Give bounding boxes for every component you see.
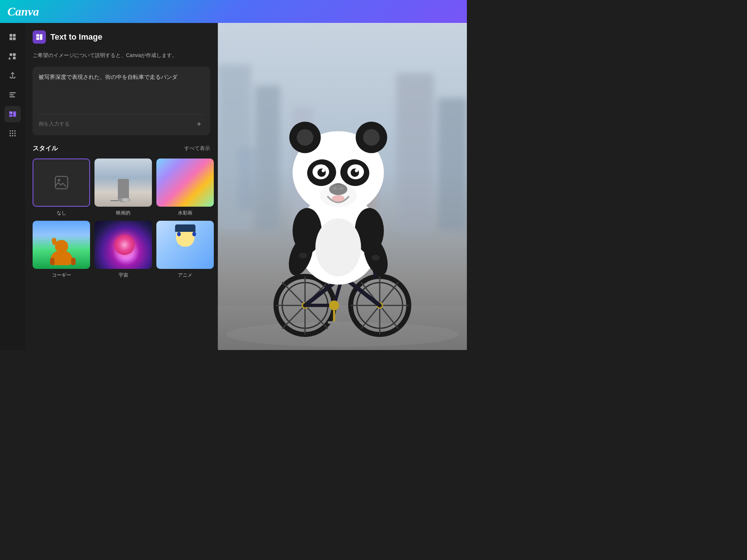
elements-icon	[9, 52, 17, 60]
svg-rect-3	[13, 37, 16, 40]
svg-point-88	[371, 255, 379, 261]
apps-icon	[9, 129, 17, 137]
svg-rect-5	[13, 53, 16, 56]
style-item-space[interactable]: 宇宙	[94, 221, 152, 279]
style-grid: なし 映画的 水彩画	[33, 159, 210, 279]
style-thumb-corgi	[33, 221, 90, 269]
panel-title: Text to Image	[50, 32, 102, 42]
svg-point-81	[355, 169, 358, 172]
svg-point-14	[14, 130, 16, 132]
svg-rect-2	[10, 37, 12, 40]
style-label-none: なし	[57, 210, 66, 216]
style-thumb-watercolor	[156, 159, 214, 207]
style-section-header: スタイル すべて表示	[33, 144, 210, 153]
main-layout: Te xt	[0, 23, 467, 350]
image-placeholder-icon	[54, 175, 69, 190]
sidebar-item-apps[interactable]	[4, 125, 21, 141]
panda-image-area	[218, 23, 467, 350]
svg-text:xt: xt	[14, 113, 15, 114]
svg-point-37	[226, 322, 458, 347]
sidebar-item-text[interactable]	[4, 87, 21, 103]
panel-header-icon: Te xt	[33, 30, 46, 44]
style-thumb-anime	[156, 221, 214, 269]
grid-icon	[9, 33, 17, 41]
canva-logo: Canva	[7, 5, 39, 19]
svg-rect-8	[9, 115, 13, 117]
sidebar-item-elements[interactable]	[4, 48, 21, 64]
svg-rect-30	[255, 86, 280, 231]
style-label-watercolor: 水彩画	[178, 210, 192, 216]
svg-rect-1	[13, 34, 16, 37]
panda-image	[218, 23, 467, 350]
upload-icon	[9, 71, 17, 80]
svg-rect-6	[13, 57, 16, 59]
svg-point-20	[14, 135, 16, 137]
style-label-space: 宇宙	[119, 272, 128, 279]
sidebar-item-upload[interactable]	[4, 67, 21, 84]
header: Canva	[0, 0, 467, 23]
ai-icon: Te xt	[9, 110, 17, 118]
svg-point-19	[12, 135, 13, 137]
svg-point-12	[10, 130, 11, 132]
style-label-cinematic: 映画的	[116, 210, 130, 216]
svg-rect-32	[438, 98, 467, 231]
svg-text:Te: Te	[37, 35, 38, 37]
sidebar-item-ai[interactable]: Te xt	[4, 106, 21, 122]
svg-text:xt: xt	[37, 38, 38, 39]
style-item-anime[interactable]: アニメ	[156, 221, 214, 279]
style-thumb-space	[94, 221, 152, 269]
prompt-textarea-container: 被写界深度で表現された、街の中を自転車で走るパンダ 例を入力する +	[33, 67, 210, 135]
svg-point-27	[58, 179, 60, 181]
svg-rect-62	[328, 321, 341, 324]
example-row: 例を入力する +	[39, 114, 204, 129]
svg-point-73	[363, 129, 380, 146]
style-see-all-button[interactable]: すべて表示	[184, 145, 210, 152]
svg-point-86	[319, 184, 357, 207]
style-thumb-none	[33, 159, 90, 207]
style-section-title: スタイル	[33, 144, 58, 153]
example-placeholder-text: 例を入力する	[39, 121, 70, 127]
svg-point-4	[10, 53, 12, 56]
content-area	[218, 23, 467, 350]
svg-point-72	[297, 129, 313, 146]
style-item-watercolor[interactable]: 水彩画	[156, 159, 214, 216]
svg-point-16	[12, 133, 13, 134]
prompt-textarea[interactable]: 被写界深度で表現された、街の中を自転車で走るパンダ	[39, 73, 204, 108]
text-icon	[9, 91, 17, 99]
svg-text:Te: Te	[10, 112, 12, 114]
style-thumb-cinematic	[94, 159, 152, 207]
text-to-image-icon: Te xt	[36, 33, 43, 41]
style-label-anime: アニメ	[178, 272, 192, 279]
svg-point-90	[299, 253, 307, 259]
svg-rect-35	[239, 148, 255, 210]
sidebar: Te xt	[0, 23, 25, 350]
svg-rect-0	[10, 34, 12, 37]
style-item-corgi[interactable]: コーギー	[33, 221, 90, 279]
sidebar-item-grid[interactable]	[4, 29, 21, 45]
svg-point-80	[322, 169, 325, 172]
svg-point-18	[10, 135, 11, 137]
panel: Te xt Text to Image ご希望のイメージについて説明すると、Ca…	[25, 23, 218, 350]
svg-point-66	[315, 218, 361, 276]
panel-header: Te xt Text to Image	[33, 30, 210, 44]
svg-rect-23	[40, 34, 43, 40]
style-item-cinematic[interactable]: 映画的	[94, 159, 152, 216]
example-add-button[interactable]: +	[194, 119, 204, 129]
panel-description: ご希望のイメージについて説明すると、Canvaが作成します。	[33, 51, 210, 59]
svg-point-15	[10, 133, 11, 134]
svg-rect-31	[396, 73, 434, 231]
svg-point-13	[12, 130, 13, 132]
svg-point-17	[14, 133, 16, 134]
style-item-none[interactable]: なし	[33, 159, 90, 216]
style-label-corgi: コーギー	[52, 272, 71, 279]
svg-point-60	[329, 300, 339, 310]
